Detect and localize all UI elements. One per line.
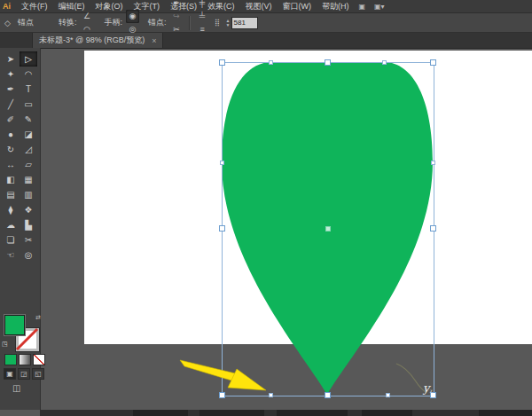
illustrator-window: Ai 文件(F)编辑(E)对象(O)文字(T)选择(S)效果(C)视图(V)窗口…: [0, 0, 532, 416]
scrollbar-segment: [133, 410, 188, 416]
type-tool[interactable]: T: [20, 82, 37, 97]
bbox-handle[interactable]: [219, 225, 225, 232]
swap-fill-stroke-icon[interactable]: ⇄: [35, 314, 41, 321]
arrange-documents-icon[interactable]: ▣▾: [370, 3, 389, 11]
path-anchor-point[interactable]: [382, 60, 387, 65]
line-segment-tool[interactable]: ╱: [2, 97, 20, 112]
handles-label: 手柄:: [102, 17, 126, 28]
convert-corner-icon[interactable]: ∠: [81, 10, 94, 23]
align-vertical-middle-icon[interactable]: ╪: [196, 0, 209, 10]
transform-x-field[interactable]: 581: [231, 17, 258, 29]
scrollbar-segment: [479, 410, 532, 416]
direct-selection-tool[interactable]: ▷: [20, 51, 37, 67]
paintbrush-tool[interactable]: ✐: [2, 112, 20, 127]
symbol-sprayer-tool[interactable]: ☁: [2, 217, 20, 232]
app-logo[interactable]: Ai: [0, 2, 16, 11]
draw-behind-button[interactable]: ◲: [18, 368, 30, 380]
zoom-tool[interactable]: ◎: [20, 247, 37, 263]
bbox-handle[interactable]: [219, 392, 225, 398]
scale-tool[interactable]: ◿: [20, 142, 37, 157]
path-anchor-point[interactable]: [386, 393, 390, 397]
hand-tool[interactable]: ☜: [2, 247, 20, 263]
tools-panel: ➤▷✦◠✒T╱▭✐✎●◪↻◿↔▱◧▦▤▥⧫❖☁▙❏✂☜◎ ⇄ ◳ ▣◲◱ ◫: [0, 48, 41, 410]
default-fill-stroke-icon[interactable]: ◳: [2, 341, 8, 348]
delete-anchor-icon[interactable]: ✒: [170, 0, 184, 10]
eyedropper-tool[interactable]: ⧫: [2, 202, 20, 217]
gradient-tool[interactable]: ▥: [20, 187, 37, 202]
blob-brush-tool[interactable]: ●: [2, 127, 20, 142]
document-tab-title: 未标题-3* @ 98% (RGB/预览): [39, 35, 145, 46]
mesh-tool[interactable]: ▤: [2, 187, 20, 202]
draw-normal-button[interactable]: ▣: [4, 368, 16, 380]
eraser-tool[interactable]: ◪: [20, 127, 37, 142]
screen-mode-icon[interactable]: ◫: [12, 383, 20, 393]
gradient-button[interactable]: [19, 354, 31, 365]
width-tool[interactable]: ↔: [2, 157, 20, 172]
color-button[interactable]: [4, 354, 17, 365]
pencil-tool[interactable]: ✎: [20, 112, 37, 127]
convert-label: 转换:: [56, 17, 80, 28]
menu-item-w[interactable]: 窗口(W): [278, 2, 317, 11]
align-vertical-bottom-icon[interactable]: ╧: [196, 10, 209, 23]
bridge-icon[interactable]: ▣: [355, 3, 371, 11]
pen-tool[interactable]: ✒: [2, 82, 20, 97]
perspective-grid-tool[interactable]: ▦: [20, 172, 37, 187]
draw-mode-row: ▣◲◱: [4, 368, 44, 380]
bbox-handle[interactable]: [430, 59, 436, 66]
bbox-handle[interactable]: [430, 225, 436, 232]
slice-tool[interactable]: ✂: [20, 232, 37, 247]
connect-endpoints-icon[interactable]: ↪: [170, 10, 184, 23]
bbox-handle[interactable]: [325, 392, 331, 398]
free-transform-tool[interactable]: ▱: [20, 157, 37, 172]
document-tab[interactable]: 未标题-3* @ 98% (RGB/预览) ×: [32, 33, 163, 48]
y-cursor-annotation: yᵡ: [423, 381, 432, 396]
value-stepper[interactable]: ▲ ▼: [226, 19, 231, 27]
lasso-tool[interactable]: ◠: [20, 67, 37, 82]
anchor-point-icon: ◇: [1, 16, 14, 29]
reference-point-grid-icon[interactable]: ⣿: [211, 16, 224, 29]
menu-item-h[interactable]: 帮助(H): [317, 2, 355, 11]
none-button[interactable]: [33, 354, 45, 365]
divider: [189, 16, 191, 30]
horizontal-scrollbar[interactable]: [40, 410, 532, 416]
column-graph-tool[interactable]: ▙: [20, 217, 37, 232]
menu-item-f[interactable]: 文件(F): [16, 2, 53, 11]
anchors-label: 锚点:: [145, 17, 169, 28]
path-anchor-point[interactable]: [431, 161, 435, 165]
tab-bar: 未标题-3* @ 98% (RGB/预览) ×: [0, 33, 532, 49]
menu-item-v[interactable]: 视图(V): [240, 2, 278, 11]
object-center-point[interactable]: [325, 226, 331, 232]
path-anchor-point[interactable]: [220, 161, 224, 165]
tab-close-icon[interactable]: ×: [152, 36, 156, 45]
stepper-down-icon[interactable]: ▼: [226, 23, 231, 27]
draw-inside-button[interactable]: ◱: [32, 368, 44, 380]
control-bar: ◇ 锚点 转换: ∠◠ 手柄: ◉◎ 锚点: ✒↪✂▣▾ ╟╫╢╤╪╧≡≡≡║║…: [0, 13, 532, 33]
rectangle-tool[interactable]: ▭: [20, 97, 37, 112]
path-anchor-point[interactable]: [269, 60, 273, 65]
bbox-handle[interactable]: [325, 59, 331, 66]
menu-item-o[interactable]: 对象(O): [90, 2, 129, 11]
blend-tool[interactable]: ❖: [20, 202, 37, 217]
color-type-row: [4, 354, 45, 365]
shape-builder-tool[interactable]: ◧: [2, 172, 20, 187]
y-cursor-tick: ᵡ: [429, 389, 432, 396]
bbox-handle[interactable]: [219, 59, 225, 66]
scrollbar-segment: [200, 410, 264, 416]
path-anchor-point[interactable]: [269, 393, 273, 397]
rotate-tool[interactable]: ↻: [2, 142, 20, 157]
fill-swatch[interactable]: [4, 315, 25, 335]
selection-tool[interactable]: ➤: [2, 51, 20, 67]
scrollbar-segment: [277, 410, 348, 416]
artboard-tool[interactable]: ❏: [2, 232, 20, 247]
magic-wand-tool[interactable]: ✦: [2, 67, 20, 82]
anchor-panel-title: 锚点: [15, 17, 36, 28]
scrollbar-segment: [362, 410, 412, 416]
show-handles-icon[interactable]: ◉: [126, 10, 139, 23]
